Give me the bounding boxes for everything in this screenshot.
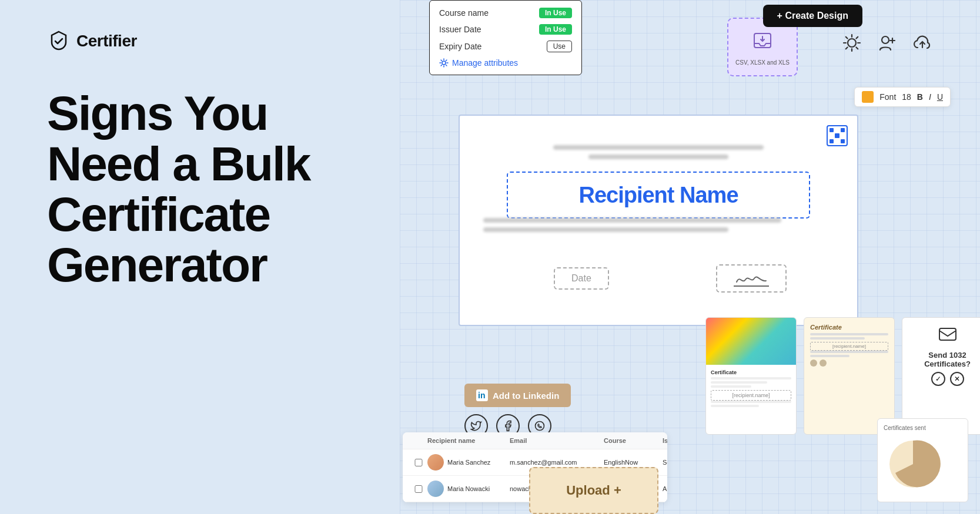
attributes-panel: Course name In Use Issuer Date In Use Ex… [429, 0, 582, 75]
td-name-1: Maria Sanchez [447, 459, 490, 466]
csv-label: CSV, XLSX and XLS [735, 59, 790, 66]
attr-row-expiry: Expiry Date Use [439, 41, 572, 52]
cert-title-line [553, 145, 764, 150]
row-checkbox-1[interactable] [410, 459, 427, 466]
pie-chart-title: Certificates sent [884, 425, 962, 431]
cert-body-line-2 [483, 227, 728, 232]
linkedin-button[interactable]: in Add to Linkedin [464, 384, 571, 407]
recipient-name-text: Recipient Name [578, 183, 738, 208]
attr-label-issuer: Issuer Date [439, 25, 481, 34]
avatar-2 [427, 481, 444, 497]
csv-upload-icon [751, 29, 774, 57]
manage-attributes-label[interactable]: Manage attributes [452, 58, 518, 68]
twitter-icon [470, 420, 482, 432]
td-date-2: Aug 1st, 2021 [663, 485, 667, 492]
avatar-1 [427, 454, 444, 471]
table-col-name: Recipient name [427, 437, 510, 444]
send-dialog: Send 1032 Certificates? ✓ ✕ [902, 317, 980, 435]
table-col-checkbox [410, 437, 427, 444]
badge-use-expiry[interactable]: Use [547, 41, 572, 52]
svg-point-2 [848, 39, 856, 47]
attr-row-issuer: Issuer Date In Use [439, 24, 572, 35]
td-email-1: m.sanchez@gmail.com [510, 459, 604, 466]
signature-squiggle [734, 270, 769, 287]
cert-card-cream: Certificate [recipient.name] [804, 317, 895, 435]
recipient-placeholder-cream: [recipient.name] [810, 342, 888, 351]
svg-text:in: in [478, 391, 485, 400]
font-size-label[interactable]: 18 [902, 92, 911, 102]
td-course-1: EnglishNow [604, 459, 663, 466]
gear-icon-toolbar[interactable] [841, 32, 862, 53]
cert-body-line-1 [483, 218, 781, 223]
icon-row [841, 32, 933, 53]
cert-cards-area: Certificate [recipient.name] Certificate… [705, 317, 980, 435]
td-name-2: Maria Nowacki [447, 485, 490, 492]
color-swatch[interactable] [862, 91, 874, 103]
send-dialog-text: Send 1032 Certificates? [909, 351, 980, 368]
row-checkbox-2[interactable] [410, 485, 427, 493]
social-section: in Add to Linkedin [464, 384, 571, 438]
table-col-email: Email [510, 437, 604, 444]
create-design-button[interactable]: + Create Design [763, 5, 862, 27]
linkedin-icon: in [476, 389, 488, 401]
gear-icon [439, 58, 449, 68]
certifier-logo-icon [47, 29, 71, 53]
add-user-icon[interactable] [877, 32, 898, 53]
cert-card-colorful: Certificate [recipient.name] [705, 317, 797, 435]
inbox-icon [751, 29, 774, 52]
right-panel: Course name In Use Issuer Date In Use Ex… [400, 0, 980, 514]
headline: Signs You Need a Bulk Certificate Genera… [47, 88, 353, 290]
table-col-date: Issue date [663, 437, 667, 444]
cert-date-text: Date [571, 273, 591, 283]
badge-inuse-issuer[interactable]: In Use [539, 24, 572, 35]
underline-button[interactable]: U [937, 92, 943, 102]
upload-button[interactable]: Upload + [529, 467, 658, 514]
mail-icon [938, 325, 957, 347]
attr-row-course: Course name In Use [439, 8, 572, 18]
svg-point-3 [882, 36, 889, 43]
table-col-course: Course [604, 437, 663, 444]
facebook-icon [502, 420, 514, 432]
manage-attributes-link[interactable]: Manage attributes [439, 58, 572, 68]
recipient-placeholder-small: [recipient.name] [711, 390, 791, 401]
td-date-1: Sep 1st, 2021 [663, 459, 667, 466]
cert-card-header-colorful [706, 318, 796, 365]
font-toolbar: Font 18 B I U [854, 87, 951, 107]
signature-line [734, 270, 769, 287]
certificate-editor[interactable]: Recipient Name Date [459, 115, 858, 326]
logo-area: Certifier [47, 29, 353, 53]
qr-code-corner [827, 125, 848, 146]
cert-title-cursive: Certificate [810, 324, 888, 331]
linkedin-label: Add to Linkedin [493, 391, 559, 401]
table-header: Recipient name Email Course Issue date [403, 432, 667, 449]
badge-inuse-course[interactable]: In Use [539, 8, 572, 18]
pie-chart-svg [884, 435, 942, 493]
svg-point-0 [442, 61, 446, 65]
whatsapp-icon [534, 420, 546, 432]
confirm-check[interactable]: ✓ [931, 372, 945, 386]
pie-chart-area: Certificates sent [877, 418, 968, 502]
confirm-x[interactable]: ✕ [950, 372, 964, 386]
cert-signature-box[interactable] [716, 264, 787, 293]
confirm-row: ✓ ✕ [931, 372, 964, 386]
cert-subtitle-line [588, 154, 728, 159]
attr-label-course: Course name [439, 8, 489, 18]
cert-title-label: Certificate [711, 369, 791, 375]
left-panel: Certifier Signs You Need a Bulk Certific… [0, 0, 400, 514]
cert-date-box[interactable]: Date [554, 267, 609, 290]
attr-label-expiry: Expiry Date [439, 42, 481, 51]
italic-button[interactable]: I [929, 92, 931, 102]
svg-rect-7 [939, 328, 956, 340]
font-name-label[interactable]: Font [879, 92, 896, 102]
logo-text: Certifier [76, 32, 137, 51]
bold-button[interactable]: B [917, 92, 923, 102]
upload-cloud-icon[interactable] [912, 32, 933, 53]
recipient-name-box[interactable]: Recipient Name [507, 172, 810, 219]
certificate-editor-inner: Recipient Name Date [460, 116, 857, 325]
